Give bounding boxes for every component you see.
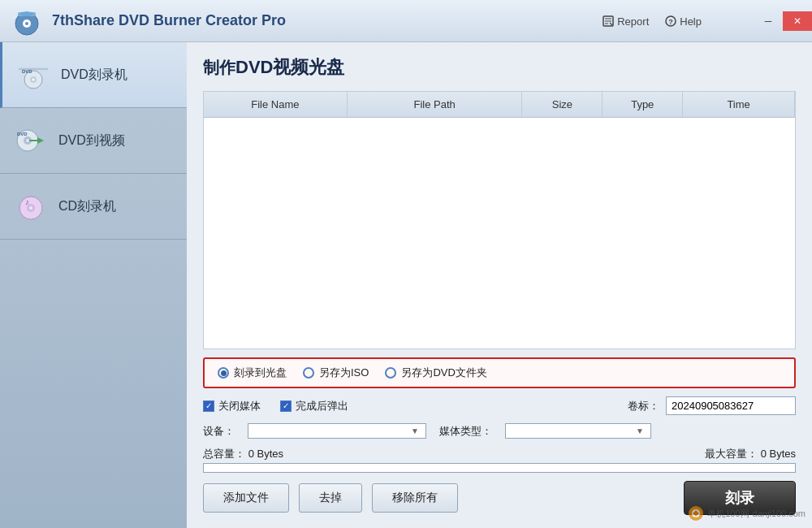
svg-text:DVD: DVD [17,132,28,136]
report-label: Report [617,15,649,28]
label-field-label: 卷标： [628,399,659,413]
checkbox-eject-after-label: 完成后弹出 [296,399,348,413]
svg-text:DVD: DVD [22,69,32,74]
watermark-url: danji100.com [753,509,806,518]
page-title-bold: DVD视频光盘 [235,57,344,77]
svg-line-9 [610,23,612,25]
dvd-burner-icon: DVD [15,57,51,93]
titlebar: 7thShare DVD Burner Creator Pro Report ?… [0,0,812,42]
sidebar-dvd-burner-label: DVD刻录机 [61,67,127,84]
radio-save-iso-circle [303,367,314,379]
col-header-type: Type [603,92,683,117]
table-header: File Name File Path Size Type Time [204,92,795,118]
checkbox-eject-after[interactable]: 完成后弹出 [280,399,348,413]
close-button[interactable]: ✕ [783,11,812,31]
device-select[interactable]: ▼ [248,423,426,439]
content-area: 制作DVD视频光盘 File Name File Path Size Type … [187,42,812,528]
sidebar: DVD DVD刻录机 DVD DVD到视频 [0,42,187,528]
total-capacity-label: 总容量： [203,448,245,460]
total-capacity-value: 0 Bytes [248,448,283,460]
svg-point-25 [29,206,32,210]
radio-save-dvd-folder[interactable]: 另存为DVD文件夹 [385,366,486,380]
media-type-label-text: 媒体类型： [439,424,492,439]
col-header-size: Size [522,92,603,117]
radio-burn-disc-circle [218,367,229,379]
cd-burner-icon: ♪ [13,188,49,224]
sidebar-cd-burner-label: CD刻录机 [58,198,116,215]
device-row: 设备： ▼ 媒体类型： ▼ [203,423,796,439]
burn-mode-options: 刻录到光盘 另存为ISO 另存为DVD文件夹 [203,357,796,388]
radio-save-dvd-folder-circle [385,367,396,379]
file-table: File Name File Path Size Type Time [203,91,796,349]
action-btns-left: 添加文件 去掉 移除所有 [203,483,458,513]
device-label-text: 设备： [203,424,235,439]
capacity-row: 总容量： 0 Bytes 最大容量： 0 Bytes [203,447,796,461]
col-header-name: File Name [204,92,348,117]
media-type-select-arrow: ▼ [636,426,644,435]
media-type-select[interactable]: ▼ [505,423,651,439]
radio-save-iso-label: 另存为ISO [319,366,369,380]
report-button[interactable]: Report [598,13,654,30]
sidebar-item-dvd-to-video[interactable]: DVD DVD到视频 [0,108,187,174]
checkbox-close-media[interactable]: 关闭媒体 [203,399,261,413]
radio-burn-disc-label: 刻录到光盘 [234,366,287,380]
remove-all-button[interactable]: 移除所有 [372,483,458,513]
svg-point-4 [20,11,33,16]
watermark-logo [688,505,704,522]
radio-save-dvd-folder-label: 另存为DVD文件夹 [401,366,486,380]
page-title: 制作DVD视频光盘 [203,55,796,80]
remove-button[interactable]: 去掉 [299,483,362,513]
svg-point-20 [26,139,29,142]
max-capacity: 最大容量： 0 Bytes [705,447,796,461]
svg-text:♪: ♪ [25,197,29,206]
minimize-button[interactable]: ─ [754,11,783,31]
checkbox-close-media-label: 关闭媒体 [218,399,261,413]
col-header-path: File Path [348,92,523,117]
top-right-buttons: Report ? Help [598,0,715,42]
window-controls: ─ ✕ [754,0,812,41]
app-logo [10,4,44,38]
app-title: 7thShare DVD Burner Creator Pro [52,12,286,29]
help-icon: ? [665,15,676,27]
table-body [204,118,795,348]
checkbox-close-media-box [203,400,214,412]
main-layout: DVD DVD刻录机 DVD DVD到视频 [0,42,812,528]
help-label: Help [680,15,702,28]
col-header-time: Time [683,92,795,117]
sidebar-item-dvd-burner[interactable]: DVD DVD刻录机 [0,42,187,108]
radio-save-iso[interactable]: 另存为ISO [303,366,369,380]
device-select-arrow: ▼ [411,426,419,435]
max-capacity-value: 0 Bytes [761,448,796,460]
label-input[interactable] [666,396,796,415]
watermark-text: 单机100网 [707,508,749,520]
checkboxes-row: 关闭媒体 完成后弹出 卷标： [203,396,796,415]
report-icon [603,15,614,27]
add-file-button[interactable]: 添加文件 [203,483,289,513]
sidebar-item-cd-burner[interactable]: ♪ CD刻录机 [0,174,187,240]
svg-point-2 [25,22,28,25]
svg-text:?: ? [669,18,674,26]
sidebar-dvd-video-label: DVD到视频 [58,132,125,149]
help-button[interactable]: ? Help [660,13,706,30]
label-field: 卷标： [628,396,796,415]
page-title-prefix: 制作 [203,58,235,76]
total-capacity: 总容量： 0 Bytes [203,447,283,461]
checkbox-eject-after-box [280,400,292,412]
capacity-section: 总容量： 0 Bytes 最大容量： 0 Bytes [203,447,796,473]
dvd-to-video-icon: DVD [13,123,49,158]
max-capacity-label: 最大容量： [705,448,758,460]
radio-burn-disc[interactable]: 刻录到光盘 [218,366,287,380]
capacity-bar [203,463,796,473]
svg-point-16 [32,79,35,81]
watermark: 单机100网 danji100.com [688,505,806,522]
